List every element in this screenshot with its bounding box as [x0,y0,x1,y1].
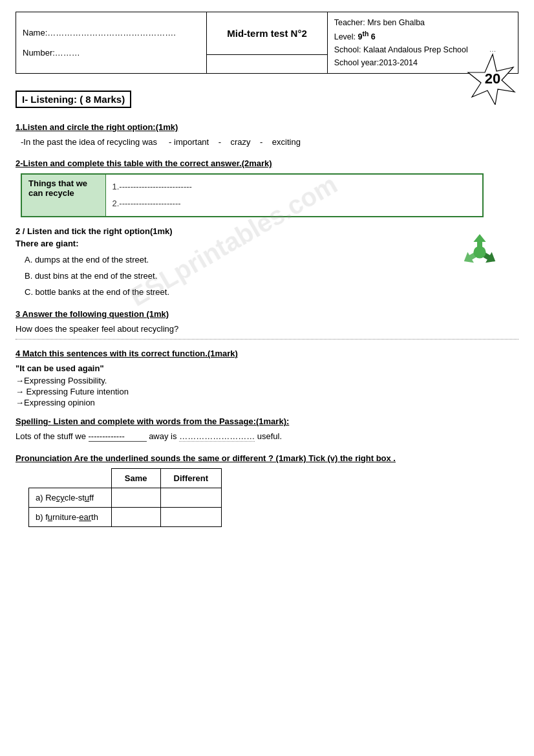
question-2b: 2 / Listen and tick the right option(1mk… [16,226,518,300]
recycle-icon-area [454,226,506,280]
pronunciation-title: Pronunciation Are the underlined sounds … [16,453,518,463]
pron-row-b: b) furniture-earth [29,508,222,527]
q1-dash-3: - [260,137,262,147]
pron-diff-b [160,508,221,527]
q1-row: -In the past the idea of recycling was -… [16,137,518,147]
q2b-option-a: A. dumps at the end of the street. [25,252,518,268]
recycle-icon [454,226,506,278]
q2-title: 2-Listen and complete this table with th… [16,158,518,168]
q4-arrow-1: →Expressing Possibility. [16,376,518,385]
q4-title: 4 Match this sentences with its correct … [16,349,518,358]
section-title: I- Listening: ( 8 Marks) [16,91,131,108]
pron-underline-a1: cy [56,493,65,502]
q4-arrow-2: → Expressing Future intention [16,387,518,396]
q3-question: How does the speaker feel about recyclin… [16,324,518,334]
name-field: Name:………………………………………. [23,28,200,38]
spelling-dots: ……………………… [179,431,255,442]
test-title: Mid-term test N°2 [207,12,327,55]
q2-answers: 1.-------------------------- 2.---------… [105,174,483,217]
col-different: Different [160,469,221,488]
pron-underline-a2: u [85,493,89,502]
section-marks: ( 8 Marks) [80,94,125,105]
q1-text: -In the past the idea of recycling was [21,137,157,147]
q2b-options: A. dumps at the end of the street. B. du… [16,252,518,300]
pron-same-a [111,488,160,508]
score-dots: … [467,45,518,53]
question-1: 1.Listen and circle the right option:(1m… [16,122,518,147]
q2b-option-b: B. dust bins at the end of the street. [25,268,518,285]
spelling-title: Spelling- Listen and complete with words… [16,416,518,426]
q2b-subtitle: There are giant: [16,239,518,248]
number-field: Number:……… [23,48,200,58]
q3-title: 3 Answer the following question (1mk) [16,309,518,319]
q2-label: Things that we can recycle [21,174,105,217]
section-title-text: I- Listening: [22,94,77,105]
question-2: 2-Listen and complete this table with th… [16,158,518,217]
spelling-dashes: ------------- [89,431,147,442]
svg-point-1 [473,246,486,259]
spelling-text: Lots of the stuff we ------------- away … [16,431,518,442]
pron-same-b [111,508,160,527]
spelling-section: Spelling- Listen and complete with words… [16,416,518,442]
pronunciation-section: Pronunciation Are the underlined sounds … [16,453,518,527]
q1-option-important: - important [169,137,209,147]
level-info: Level: 9th 6 [334,29,511,43]
q2-answer-2: 2.---------------------- [112,195,476,212]
spelling-after: useful. [257,431,282,441]
pron-row-a: a) Recycle-stuff [29,488,222,508]
question-4: 4 Match this sentences with its correct … [16,349,518,407]
header-table: Name:………………………………………. Number:……… Mid-ter… [16,12,518,74]
q1-option-exciting: exciting [272,137,301,147]
score-value: 20 [485,70,500,87]
q3-answer-line [16,339,518,340]
q4-quote: "It can be used again" [16,363,518,373]
q1-title: 1.Listen and circle the right option:(1m… [16,122,518,132]
q1-dash-2: - [219,137,221,147]
pronunciation-table: Same Different a) Recycle-stuff b) furni… [28,468,222,527]
pron-diff-a [160,488,221,508]
spelling-before: Lots of the stuff we [16,431,86,441]
listening-section: I- Listening: ( 8 Marks) 1.Listen and ci… [16,87,518,527]
q4-arrow-3: →Expressing opinion [16,398,518,407]
col-same: Same [111,469,160,488]
spelling-middle: away is [149,431,176,441]
pron-underline-b1: u [48,512,52,522]
q2b-title: 2 / Listen and tick the right option(1mk… [16,226,518,236]
q2-table: Things that we can recycle 1.-----------… [21,173,484,217]
q2-answer-1: 1.-------------------------- [112,178,476,195]
pron-label-a: a) Recycle-stuff [29,488,112,508]
teacher-info: Teacher: Mrs ben Ghalba [334,16,511,29]
question-3: 3 Answer the following question (1mk) Ho… [16,309,518,340]
q1-option-crazy: crazy [230,137,250,147]
pron-underline-b2: ear [79,512,91,522]
pron-label-b: b) furniture-earth [29,508,112,527]
q2b-option-c: C. bottle banks at the end of the street… [25,285,518,301]
